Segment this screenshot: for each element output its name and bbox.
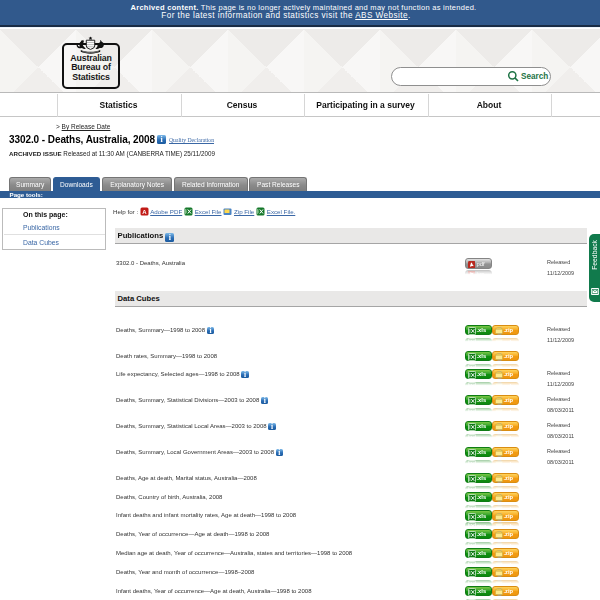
- svg-text:A: A: [142, 209, 147, 215]
